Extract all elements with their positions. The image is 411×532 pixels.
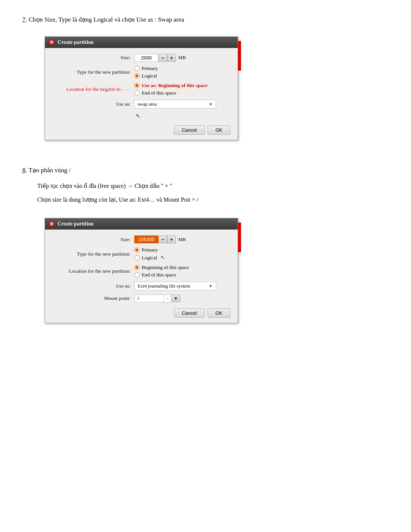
step7-plus-button[interactable]: +: [167, 54, 176, 62]
step8-useas-value: Ext4 journaling file system: [138, 283, 190, 289]
step7-type-radio-group: Primary Logical: [134, 65, 158, 79]
step7-dialog-body: Size: − + MB Type for the new partition:: [45, 48, 238, 140]
step8-cancel-button[interactable]: Cancel: [174, 308, 205, 318]
step8-useas-dropdown[interactable]: Ext4 journaling file system ▼: [134, 282, 216, 291]
step7-heading-text: . Chọn Size, Type là dạng Logical và chọ…: [26, 16, 184, 23]
step7-heading: 7. Chọn Size, Type là dạng Logical và ch…: [22, 15, 389, 25]
step7-location-row: Location for the newfon fo—— Use as: Beg…: [52, 83, 230, 96]
step8-mount-row: Mount point: · ▼: [52, 294, 230, 302]
step8-useas-label: Use as:: [52, 283, 134, 289]
step7-red-bar: [238, 41, 241, 71]
step8-heading: 8. Tạo phân vùng /: [22, 166, 389, 175]
step8-primary-label: Primary: [142, 247, 158, 253]
step8-dialog-buttons: Cancel OK: [52, 306, 230, 318]
step8-beginning-radio-circle: [134, 265, 139, 270]
step7-logical-radio[interactable]: Logical: [134, 73, 158, 79]
step7-location-label-text: Location for the newfon fo: [67, 86, 121, 92]
step8-end-radio-circle: [134, 272, 139, 278]
step8-location-row: Location for the new partition: Beginnin…: [52, 265, 230, 278]
step8-location-label: Location for the new partition:: [52, 268, 134, 274]
step7-size-input[interactable]: [134, 54, 158, 62]
step8-logical-label: Logical: [142, 255, 157, 261]
step7-mb-unit: MB: [178, 55, 186, 61]
step7-beginning-radio-circle: [134, 83, 139, 88]
step8-plus-button[interactable]: +: [167, 235, 176, 243]
step7-cursor-area: ↖: [134, 112, 141, 119]
step7-number: 7: [22, 16, 26, 23]
step8-mount-label: Mount point:: [52, 295, 134, 301]
step8-size-label: Size:: [52, 237, 134, 243]
step8-red-bar: [238, 222, 241, 252]
step7-beginning-radio[interactable]: Use as: Beginning of this space: [134, 83, 208, 89]
step8-logical-radio[interactable]: Logical ↖: [134, 254, 165, 261]
step7-section: 7. Chọn Size, Type là dạng Logical và ch…: [22, 15, 389, 151]
step8-dialog-container: ✕ Create partition Size: − + MB T: [22, 212, 238, 334]
step7-useas-dropdown-arrow: ▼: [209, 102, 213, 106]
step8-end-radio[interactable]: End of this space: [134, 272, 189, 278]
step7-dialog-buttons: Cancel OK: [52, 123, 230, 135]
step8-beginning-label: Beginning of this space: [142, 265, 189, 270]
step8-para2: Chọn size là dung lượng còn lại, Use as:…: [37, 195, 389, 205]
step7-end-radio-circle: [134, 90, 139, 96]
step7-size-row: Size: − + MB: [52, 54, 230, 62]
step7-cancel-button[interactable]: Cancel: [174, 125, 205, 135]
step8-size-input[interactable]: [134, 235, 158, 243]
step7-dialog-container: ✕ Create partition Size: − + MB T: [22, 31, 238, 151]
step8-mount-dropdown-button[interactable]: ▼: [171, 295, 180, 302]
step7-useas-value: swap area: [138, 101, 157, 107]
step8-mount-input-group: · ▼: [134, 294, 180, 302]
step8-section: 8. Tạo phân vùng / Tiếp tục chọn vào ổ đ…: [22, 166, 389, 334]
step7-location-label-dots: ——: [121, 86, 131, 92]
step8-minus-button[interactable]: −: [158, 235, 167, 243]
step7-useas-row: Use as: swap area ▼: [52, 100, 230, 109]
step8-primary-radio[interactable]: Primary: [134, 247, 165, 253]
step7-close-button[interactable]: ✕: [49, 39, 55, 45]
step8-dialog-title: Create partition: [58, 221, 94, 227]
step7-primary-radio-circle: [134, 66, 139, 71]
step8-mount-dot: ·: [164, 294, 171, 302]
step8-close-button[interactable]: ✕: [49, 221, 55, 227]
step8-number: 8: [22, 167, 26, 174]
step8-mount-input[interactable]: [134, 295, 164, 302]
step8-ok-button[interactable]: OK: [208, 308, 230, 318]
step8-size-input-group: − + MB: [134, 235, 186, 243]
step7-useas-dropdown[interactable]: swap area ▼: [134, 100, 216, 109]
step7-cursor-icon: ↖: [136, 112, 141, 119]
step8-mb-unit: MB: [178, 237, 186, 243]
step8-end-label: End of this space: [142, 272, 176, 278]
step7-type-row: Type for the new partition: Primary Logi…: [52, 65, 230, 79]
step7-cursor-row: ↖: [52, 112, 230, 119]
step8-size-row: Size: − + MB: [52, 235, 230, 243]
step7-dialog-title: Create partition: [58, 39, 94, 45]
step8-useas-row: Use as: Ext4 journaling file system ▼: [52, 282, 230, 291]
step8-titlebar: ✕ Create partition: [45, 218, 238, 230]
step7-end-radio[interactable]: End of this space: [134, 90, 208, 96]
step8-type-row: Type for the new partition: Primary Logi…: [52, 247, 230, 261]
step8-beginning-radio[interactable]: Beginning of this space: [134, 265, 189, 270]
step7-dialog: ✕ Create partition Size: − + MB T: [45, 36, 238, 140]
step8-cursor-icon: ↖: [161, 254, 165, 261]
step7-minus-button[interactable]: −: [158, 54, 167, 62]
step8-location-radio-group: Beginning of this space End of this spac…: [134, 265, 189, 278]
step8-dialog-body: Size: − + MB Type for the new partition:: [45, 230, 238, 323]
step8-type-label: Type for the new partition:: [52, 251, 134, 257]
step8-type-radio-group: Primary Logical ↖: [134, 247, 165, 261]
step7-beginning-label: Use as: Beginning of this space: [142, 83, 208, 89]
step7-useas-label: Use as:: [52, 101, 134, 107]
step7-type-label: Type for the new partition:: [52, 69, 134, 75]
step7-titlebar: ✕ Create partition: [45, 37, 238, 48]
step8-para1: Tiếp tục chọn vào ổ đĩa (free space) → C…: [37, 181, 389, 191]
step7-size-input-group: − + MB: [134, 54, 186, 62]
step7-location-label: Location for the newfon fo——: [52, 86, 134, 92]
step8-useas-dropdown-arrow: ▼: [209, 284, 213, 288]
step7-location-radio-group: Use as: Beginning of this space End of t…: [134, 83, 208, 96]
step7-logical-label: Logical: [142, 73, 157, 79]
step7-ok-button[interactable]: OK: [208, 125, 230, 135]
step8-heading-text: . Tạo phân vùng /: [26, 167, 71, 174]
step7-end-label: End of this space: [142, 90, 176, 96]
step8-dialog: ✕ Create partition Size: − + MB T: [45, 218, 238, 323]
step8-primary-radio-circle: [134, 247, 139, 253]
step7-primary-radio[interactable]: Primary: [134, 65, 158, 71]
step8-logical-radio-circle: [134, 255, 139, 260]
step7-primary-label: Primary: [142, 65, 158, 71]
